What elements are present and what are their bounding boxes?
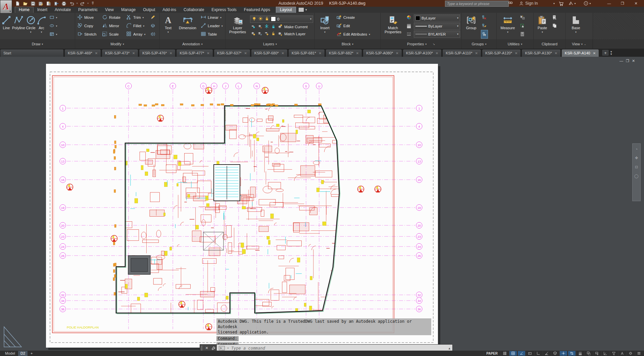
- panel-title-layers[interactable]: Layers▾: [226, 39, 315, 49]
- status-filter-toggle[interactable]: [610, 351, 617, 356]
- status-transparency-toggle[interactable]: [585, 351, 592, 356]
- match-properties-button[interactable]: Match Properties: [382, 13, 404, 39]
- layer-combo[interactable]: 0 ▾: [250, 15, 313, 23]
- search-input[interactable]: Type a keyword or phrase: [445, 1, 509, 7]
- move-button[interactable]: Move: [77, 13, 101, 21]
- customize-quick-access-icon[interactable]: ▿̿: [92, 2, 94, 5]
- ribbon-display-icon[interactable]: [299, 8, 304, 12]
- orbit-icon[interactable]: ◯: [634, 174, 638, 178]
- close-button[interactable]: ✕: [629, 0, 643, 7]
- leader-button[interactable]: Leader▾: [200, 22, 224, 30]
- ribbon-tab-parametric[interactable]: Parametric: [75, 7, 101, 13]
- tab-overflow-chevron-icon[interactable]: ▾▾: [610, 51, 612, 55]
- open-icon[interactable]: [22, 1, 28, 6]
- hatch-button[interactable]: ▾: [49, 30, 58, 38]
- ribbon-tab-express-tools[interactable]: Express Tools: [208, 7, 240, 13]
- panel-title-view[interactable]: View▾⌄: [566, 39, 593, 49]
- model-tab[interactable]: Model: [3, 351, 17, 356]
- qnew-icon[interactable]: [15, 1, 20, 6]
- match-layer-button[interactable]: Match Layer: [250, 31, 313, 37]
- ribbon-tab-add-ins[interactable]: Add-ins: [159, 7, 180, 13]
- circle-button[interactable]: Circle▾: [26, 13, 36, 39]
- save-mobile-icon[interactable]: [46, 1, 51, 6]
- ribbon-tab-home[interactable]: Home: [15, 7, 34, 13]
- offset-button[interactable]: [150, 30, 156, 38]
- doc-close-icon[interactable]: ✕: [632, 59, 635, 63]
- full-navigation-wheel-icon[interactable]: ◔: [635, 147, 638, 151]
- ribbon-tab-layout[interactable]: Layout: [276, 7, 296, 13]
- panel-title-modify[interactable]: Modify▾: [75, 39, 160, 49]
- file-tab-ksr-sjp-a110[interactable]: KSR-SJP-A110*✕: [442, 49, 481, 57]
- plot-icon[interactable]: [61, 1, 67, 6]
- panel-title-utilities[interactable]: Utilities▾: [497, 39, 534, 49]
- file-tab-ksr-sjp-473[interactable]: KSR-SJP-473*✕: [102, 49, 138, 57]
- ribbon-tab-collaborate[interactable]: Collaborate: [180, 7, 208, 13]
- ribbon-tab-output[interactable]: Output: [139, 7, 159, 13]
- paste-button[interactable]: Paste▾: [535, 13, 550, 39]
- file-tab-ksr-sjp-469[interactable]: KSR-SJP-469*✕: [64, 49, 101, 57]
- status-otrack-toggle[interactable]: [559, 351, 567, 356]
- fillet-button[interactable]: Fillet▾: [126, 22, 150, 30]
- file-tab-ksr-sjp-682[interactable]: KSR-SJP-682*✕: [326, 49, 362, 57]
- quick-select-button[interactable]: [519, 13, 526, 21]
- erase-button[interactable]: [150, 13, 156, 21]
- app-store-cart-icon[interactable]: [557, 0, 565, 6]
- doc-minimize-icon[interactable]: —: [620, 59, 623, 63]
- tab-close-icon[interactable]: ✕: [244, 51, 247, 55]
- ribbon-tab-insert[interactable]: Insert: [34, 7, 51, 13]
- file-tab-ksr-sjp-477[interactable]: KSR-SJP-477*✕: [176, 49, 213, 57]
- rectangle-button[interactable]: ▾: [49, 13, 58, 21]
- file-tab-ksr-sjp-a130[interactable]: KSR-SJP-A130*✕: [522, 49, 560, 57]
- sign-in-chevron-icon[interactable]: ▾: [552, 0, 556, 6]
- tab-close-icon[interactable]: ✕: [554, 51, 557, 55]
- undo-icon[interactable]: [69, 1, 75, 6]
- panel-title-clipboard[interactable]: Clipboard: [534, 39, 566, 49]
- color-combo[interactable]: ByLayer▾: [414, 14, 460, 21]
- status-snap-toggle[interactable]: [509, 351, 517, 356]
- status-ortho-toggle[interactable]: [534, 351, 542, 356]
- dimension-button[interactable]: Dimension: [177, 13, 199, 39]
- share-icon[interactable]: [53, 1, 59, 6]
- tab-close-icon[interactable]: ✕: [593, 51, 596, 55]
- polyline-button[interactable]: Polyline: [12, 13, 25, 39]
- save-as-icon[interactable]: [38, 1, 44, 6]
- tab-close-icon[interactable]: ✕: [282, 51, 284, 55]
- linetype-combo[interactable]: BYLAYER▾: [414, 31, 460, 38]
- file-tab-ksr-sjp-a140[interactable]: KSR-SJP-A140✕: [561, 49, 599, 57]
- explode-button[interactable]: [150, 22, 156, 30]
- file-tab-ksr-sjp-681[interactable]: KSR-SJP-681*✕: [288, 49, 325, 57]
- add-layout-button[interactable]: +: [28, 351, 35, 356]
- ribbon-tab-view[interactable]: View: [101, 7, 117, 13]
- tab-close-icon[interactable]: ✕: [169, 51, 172, 55]
- ribbon-tab-featured-apps[interactable]: Featured Apps: [240, 7, 274, 13]
- base-button[interactable]: Base▾: [567, 13, 585, 39]
- measure-button[interactable]: Measure▾: [498, 13, 517, 39]
- file-tab-start[interactable]: Start: [0, 49, 64, 57]
- create-block-button[interactable]: Create: [336, 13, 371, 21]
- status-lineweight-toggle[interactable]: [576, 351, 584, 356]
- array-button[interactable]: Array▾: [126, 30, 150, 38]
- panel-title-draw[interactable]: Draw▾: [0, 39, 75, 49]
- file-tab-ksr-sjp-680[interactable]: KSR-SJP-680*✕: [251, 49, 288, 57]
- arc-button[interactable]: Arc▾: [37, 13, 47, 39]
- application-menu-button[interactable]: A ▼: [0, 0, 12, 13]
- status-customize-toggle[interactable]: [635, 351, 643, 356]
- status-infer-toggle[interactable]: [517, 351, 525, 356]
- ribbon-tab-annotate[interactable]: Annotate: [51, 7, 75, 13]
- new-drawing-tab-button[interactable]: +: [602, 49, 609, 56]
- make-current-button[interactable]: Make Current: [250, 24, 313, 30]
- group-edit-button[interactable]: [481, 22, 488, 30]
- tab-close-icon[interactable]: ✕: [515, 51, 517, 55]
- tab-close-icon[interactable]: ✕: [436, 51, 438, 55]
- scale-button[interactable]: Scale: [101, 30, 126, 38]
- panel-title-properties[interactable]: Properties▾↘: [381, 39, 462, 49]
- status-cycling-toggle[interactable]: [593, 351, 601, 356]
- save-icon[interactable]: [30, 1, 36, 6]
- quick-calculator-button[interactable]: [519, 30, 526, 38]
- doc-restore-icon[interactable]: ❐: [626, 59, 629, 63]
- edit-attributes-button[interactable]: Edit Attributes▾: [336, 30, 371, 38]
- status-isodraft-toggle[interactable]: [551, 351, 559, 356]
- layer-properties-button[interactable]: Layer Properties: [227, 13, 248, 39]
- search-icon[interactable]: [507, 0, 514, 6]
- status-workspace-gear-toggle[interactable]: [627, 351, 634, 356]
